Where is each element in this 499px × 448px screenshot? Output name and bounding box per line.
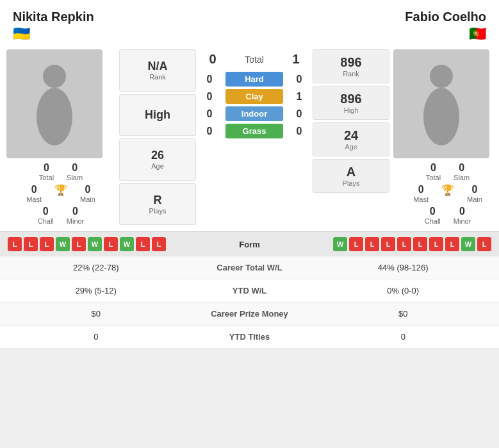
left-slam-stat: 0 Slam (67, 162, 83, 181)
left-stat-row-1: 0 Total 0 Slam (6, 162, 115, 181)
right-player-photo (393, 49, 489, 158)
form-badge: W (461, 237, 475, 251)
grass-left-score: 0 (200, 126, 219, 137)
indoor-row: 0 Indoor 0 (200, 106, 309, 121)
left-chall-value: 0 (43, 206, 49, 217)
right-form-badges: WLLLLLLLWL (279, 237, 492, 251)
ytd-wl-label: YTD W/L (192, 279, 307, 302)
form-badge: L (24, 237, 38, 251)
left-main-label: Main (80, 195, 95, 203)
right-trophy-icon: 🏆 (441, 184, 454, 196)
left-rank-box: N/A Rank (119, 49, 196, 92)
left-age-box: 26 Age (119, 138, 196, 181)
prize-row: $0 Career Prize Money $0 (0, 303, 499, 326)
total-left-score: 0 (203, 52, 222, 67)
right-total-label: Total (426, 174, 441, 181)
prize-label: Career Prize Money (192, 303, 307, 325)
left-form-badges: LLLWLWLWLL (8, 237, 220, 251)
right-rank-label: Rank (343, 70, 359, 78)
left-mast-stat: 0 Mast (26, 184, 42, 203)
right-main-stat: 0 Main (467, 184, 482, 203)
right-slam-stat: 0 Slam (454, 162, 470, 181)
clay-button[interactable]: Clay (225, 89, 283, 104)
names-row: Nikita Repkin 🇺🇦 Fabio Coelho 🇵🇹 (0, 0, 499, 46)
left-minor-label: Minor (67, 217, 85, 225)
right-mast-label: Mast (413, 195, 429, 203)
grass-button[interactable]: Grass (225, 124, 283, 138)
right-high-value: 896 (340, 92, 361, 106)
right-trophy-icon-container: 🏆 (441, 184, 454, 203)
indoor-button[interactable]: Indoor (225, 106, 283, 121)
hard-right-score: 0 (290, 74, 309, 85)
right-mast-value: 0 (418, 184, 424, 195)
form-badge: L (136, 237, 150, 251)
right-player-name: Fabio Coelho (405, 10, 486, 24)
left-stat-row-2: 0 Mast 🏆 0 Main (6, 184, 115, 203)
career-wl-label: Career Total W/L (192, 256, 307, 279)
clay-right-score: 1 (290, 91, 309, 103)
right-player-flag: 🇵🇹 (469, 26, 486, 42)
left-rank-label: Rank (149, 73, 166, 81)
right-prize: $0 (307, 303, 500, 325)
form-badge: L (381, 237, 395, 251)
total-label: Total (229, 54, 280, 65)
form-badge: W (333, 237, 347, 251)
left-trophy-icon: 🏆 (54, 184, 67, 196)
right-slam-label: Slam (454, 174, 470, 181)
form-badge: L (40, 237, 54, 251)
left-chall-stat: 0 Chall (38, 206, 54, 225)
left-mast-value: 0 (31, 184, 37, 195)
total-row: 0 Total 1 (200, 49, 309, 69)
right-titles: 0 (307, 326, 500, 348)
right-player-stats: 0 Total 0 Slam 0 Mast (393, 162, 499, 225)
left-mast-label: Mast (26, 195, 42, 203)
svg-point-3 (423, 88, 459, 145)
form-badge: W (120, 237, 134, 251)
left-total-value: 0 (44, 162, 49, 174)
right-player-header: Fabio Coelho 🇵🇹 (405, 10, 486, 42)
left-minor-value: 0 (72, 206, 78, 217)
left-main-value: 0 (85, 184, 90, 195)
form-badge: L (104, 237, 118, 251)
right-stat-row-1: 0 Total 0 Slam (393, 162, 499, 181)
left-player-header: Nikita Repkin 🇺🇦 (13, 10, 94, 42)
hard-row: 0 Hard 0 (200, 72, 309, 87)
titles-row: 0 YTD Titles 0 (0, 326, 499, 349)
indoor-right-score: 0 (290, 108, 309, 120)
ytd-wl-row: 29% (5-12) YTD W/L 0% (0-0) (0, 279, 499, 303)
clay-row: 0 Clay 1 (200, 89, 309, 104)
left-age-value: 26 (151, 149, 164, 162)
form-badge: L (445, 237, 459, 251)
grass-right-score: 0 (290, 126, 309, 137)
right-plays-value: A (347, 165, 356, 179)
left-player-name: Nikita Repkin (13, 10, 94, 24)
left-titles: 0 (0, 326, 192, 348)
main-content-area: 0 Total 0 Slam 0 Mast (0, 46, 499, 231)
center-h2h: 0 Total 1 0 Hard 0 0 Clay 1 0 Indoor (200, 49, 309, 225)
left-career-wl: 22% (22-78) (0, 256, 192, 279)
right-total-stat: 0 Total (426, 162, 441, 181)
right-mast-stat: 0 Mast (413, 184, 429, 203)
left-stat-row-3: 0 Chall 0 Minor (6, 206, 115, 225)
hard-button[interactable]: Hard (225, 72, 283, 87)
left-chall-label: Chall (38, 217, 54, 225)
comparison-top: Nikita Repkin 🇺🇦 Fabio Coelho 🇵🇹 (0, 0, 499, 231)
right-age-label: Age (345, 143, 357, 151)
right-rank-box: 896 Rank (313, 49, 389, 83)
right-minor-value: 0 (459, 206, 465, 217)
main-container: Nikita Repkin 🇺🇦 Fabio Coelho 🇵🇹 (0, 0, 499, 349)
form-badge: W (88, 237, 102, 251)
right-total-value: 0 (430, 162, 436, 174)
svg-point-2 (430, 65, 453, 88)
left-rank-value: N/A (148, 60, 168, 73)
left-plays-value: R (154, 194, 162, 207)
left-middle-stats: N/A Rank High 26 Age R Plays (119, 49, 196, 225)
left-slam-value: 0 (72, 162, 78, 174)
left-player-stats: 0 Total 0 Slam 0 Mast (6, 162, 115, 225)
form-badge: L (365, 237, 379, 251)
left-minor-stat: 0 Minor (67, 206, 85, 225)
hard-left-score: 0 (200, 74, 219, 85)
left-prize: $0 (0, 303, 192, 325)
svg-point-1 (37, 88, 72, 145)
total-right-score: 1 (286, 52, 306, 67)
